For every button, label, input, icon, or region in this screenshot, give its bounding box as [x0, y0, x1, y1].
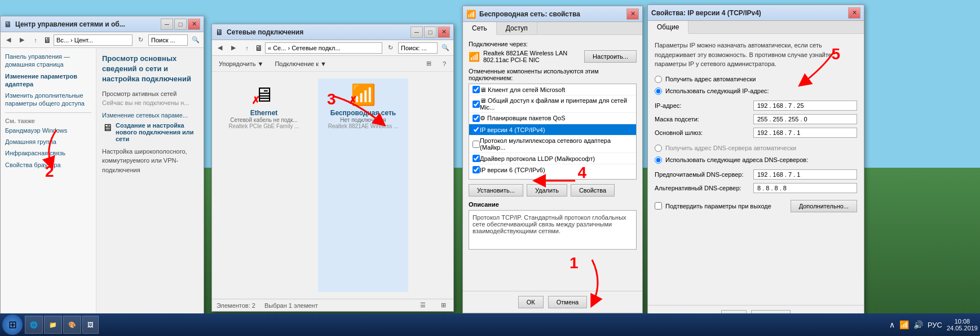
clock[interactable]: 10:08 24.05.2019: [947, 318, 978, 331]
p2-address-box[interactable]: « Се... › Сетевые подкл...: [265, 42, 382, 54]
dns-pref-input[interactable]: [753, 169, 857, 180]
p3-close[interactable]: ✕: [626, 8, 639, 20]
panel4-title: Свойства: IP версии 4 (TCP/IPv4): [651, 9, 848, 17]
nav-home[interactable]: Панель управления — домашняя страница: [5, 53, 91, 69]
wireless-name: Беспроводная сеть: [330, 109, 396, 117]
taskbar-app-3[interactable]: 🖼: [82, 316, 99, 334]
comp-check-1[interactable]: [473, 101, 480, 108]
refresh-button[interactable]: ↻: [135, 34, 146, 46]
comp-buttons: Установить... Удалить Свойства: [469, 184, 637, 197]
wireless-properties: 📶 Беспроводная сеть: свойства ✕ Сеть Дос…: [462, 6, 643, 313]
p2-view-btn[interactable]: ⊞: [423, 58, 434, 69]
dns-alt-input[interactable]: [753, 183, 857, 193]
tray-network[interactable]: 📶: [899, 320, 909, 329]
nav-access[interactable]: Изменить дополнительные параметры общего…: [5, 91, 91, 108]
p2-up[interactable]: ↑: [241, 42, 253, 54]
dns-alt-label: Альтернативный DNS-сервер:: [655, 185, 753, 191]
up-button[interactable]: ↑: [30, 34, 41, 46]
p2-search-btn[interactable]: 🔍: [440, 42, 451, 54]
component-item-6[interactable]: IP версии 6 (TCP/IPv6): [469, 164, 636, 175]
ethernet-connection[interactable]: 🖥 ✗ Ethernet Сетевой кабель не подк... R…: [219, 78, 309, 292]
tab-network[interactable]: Сеть: [463, 22, 497, 35]
comp-check-4[interactable]: [473, 141, 480, 148]
p3-cancel-button[interactable]: Отмена: [548, 296, 587, 308]
p2-help[interactable]: ?: [439, 58, 450, 69]
component-item-5[interactable]: Драйвер протокола LLDP (Майкрософт): [469, 153, 636, 164]
taskbar-app-2[interactable]: 🎨: [63, 316, 81, 334]
p2-close[interactable]: ✕: [438, 27, 450, 38]
p2-refresh[interactable]: ↻: [385, 42, 396, 54]
panel3-body: Подключение через: 📶 Realtek 8821AE Wire…: [463, 35, 642, 291]
radio-manual-row: Использовать следующий IP-адрес:: [655, 88, 857, 95]
forward-button[interactable]: ▶: [16, 34, 28, 46]
tab-access[interactable]: Доступ: [497, 22, 537, 34]
start-button[interactable]: ⊞: [2, 315, 23, 335]
configure-button[interactable]: Настроить...: [584, 50, 637, 63]
comp-check-6[interactable]: [473, 166, 480, 173]
ethernet-x-mark: ✗: [251, 94, 260, 107]
create-connection[interactable]: 🖥 Создание и настройка нового подключени…: [102, 122, 198, 142]
nav-firewall[interactable]: Брандмауэр Windows: [5, 126, 91, 134]
taskbar-app-1[interactable]: 📁: [44, 316, 62, 334]
p2-connect[interactable]: Подключение к ▼: [271, 59, 330, 68]
p4-close[interactable]: ✕: [848, 7, 860, 19]
wireless-connection[interactable]: 📶 ✗ Беспроводная сеть Нет подключения Re…: [318, 78, 408, 292]
comp-check-3[interactable]: [473, 126, 480, 133]
tray-arrow[interactable]: ∧: [889, 320, 895, 329]
tray-sound[interactable]: 🔊: [913, 320, 923, 329]
nav-homegroup[interactable]: Домашняя группа: [5, 138, 91, 146]
component-item-3[interactable]: IP версии 4 (TCP/IPv4): [469, 124, 636, 136]
component-item-1[interactable]: 🖥 Общий доступ к файлам и принтерам для …: [469, 95, 636, 113]
nav-infrared[interactable]: Инфракрасная связь: [5, 149, 91, 157]
gateway-input[interactable]: [753, 128, 857, 138]
tab-general[interactable]: Общие: [648, 21, 688, 34]
panel2-statusbar: Элементов: 2 Выбран 1 элемент ☰ ⊞: [212, 299, 453, 311]
view-list-btn[interactable]: ☰: [417, 300, 429, 311]
radio-dns-auto[interactable]: [655, 145, 662, 152]
p2-maximize[interactable]: □: [424, 27, 436, 38]
search-input[interactable]: [148, 34, 188, 46]
comp-check-5[interactable]: [473, 155, 480, 162]
p2-minimize[interactable]: ─: [410, 27, 423, 38]
comp-check-2[interactable]: [473, 115, 480, 122]
tray-lang[interactable]: РУС: [928, 321, 942, 329]
mask-input[interactable]: [753, 114, 857, 124]
view-grid-btn[interactable]: ⊞: [438, 300, 449, 311]
component-item-2[interactable]: ⚙ Планировщик пакетов QoS: [469, 113, 636, 124]
p2-search-input[interactable]: [398, 42, 438, 54]
advanced-button[interactable]: Дополнительно...: [791, 200, 857, 212]
ip-input[interactable]: [753, 101, 857, 111]
p3-ok-button[interactable]: ОК: [518, 296, 544, 308]
panel1-controls: ─ □ ✕: [161, 19, 200, 30]
connect-through-label: Подключение через:: [469, 41, 637, 47]
close-button[interactable]: ✕: [188, 19, 200, 30]
comp-check-0[interactable]: [473, 86, 480, 93]
nav-adapter[interactable]: Изменение параметров адаптера: [5, 72, 91, 89]
confirm-checkbox[interactable]: [655, 202, 662, 210]
minimize-button[interactable]: ─: [161, 19, 173, 30]
back-button[interactable]: ◀: [3, 34, 14, 46]
nav-browser[interactable]: Свойства браузера: [5, 161, 91, 169]
p2-forward[interactable]: ▶: [228, 42, 239, 54]
install-button[interactable]: Установить...: [469, 184, 523, 197]
wireless-adapter: Realtek 8821AE Wireless ...: [328, 123, 399, 129]
component-list: 🖥 Клиент для сетей Microsoft 🖥 Общий дос…: [469, 84, 637, 180]
maximize-button[interactable]: □: [174, 19, 187, 30]
ethernet-icon-container: 🖥 ✗: [254, 83, 274, 107]
properties-button[interactable]: Свойства: [571, 184, 615, 197]
network-settings-link[interactable]: Изменение сетевых параме...: [102, 112, 198, 119]
p2-back[interactable]: ◀: [214, 42, 226, 54]
radio-manual[interactable]: [655, 88, 662, 95]
address-box[interactable]: Вс... › Цент...: [54, 34, 133, 46]
p2-organize[interactable]: Упорядочить ▼: [215, 59, 267, 68]
search-button[interactable]: 🔍: [190, 34, 201, 46]
panel1-addressbar: ◀ ▶ ↑ 🖥 Вс... › Цент... ↻ 🔍: [1, 32, 204, 48]
component-item-0[interactable]: 🖥 Клиент для сетей Microsoft: [469, 84, 636, 95]
taskbar-app-0[interactable]: 🌐: [25, 316, 43, 334]
radio-dns-manual[interactable]: [655, 156, 662, 164]
component-item-4[interactable]: Протокол мультиплексора сетевого адаптер…: [469, 136, 636, 153]
remove-button[interactable]: Удалить: [527, 184, 567, 197]
panel3-title: Беспроводная сеть: свойства: [479, 10, 626, 18]
components-label: Отмеченные компоненты используются этим …: [469, 68, 637, 81]
radio-auto[interactable]: [655, 76, 662, 83]
